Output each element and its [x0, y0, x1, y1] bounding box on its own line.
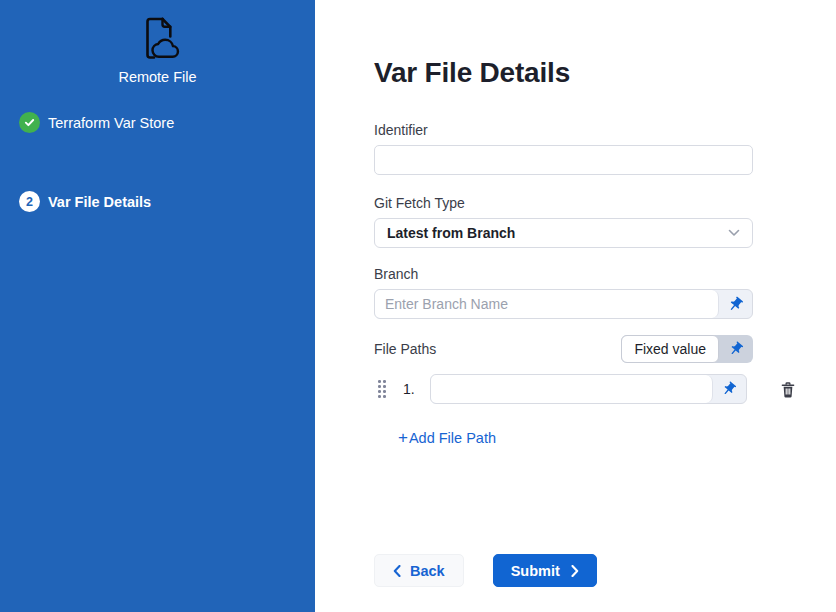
delete-file-path-trash-icon[interactable] [779, 380, 797, 399]
file-path-row-index: 1. [403, 381, 415, 397]
wizard-sidebar: Remote File Terraform Var Store 2 Var Fi… [0, 0, 315, 612]
submit-button[interactable]: Submit [493, 554, 597, 587]
file-path-row: 1. [374, 374, 836, 404]
back-button[interactable]: Back [374, 554, 464, 587]
submit-button-label: Submit [511, 563, 560, 579]
branch-label: Branch [374, 266, 836, 282]
file-paths-pin-icon[interactable] [719, 335, 753, 363]
chevron-right-icon [571, 565, 579, 577]
file-path-input[interactable] [431, 375, 713, 403]
back-button-label: Back [410, 563, 445, 579]
sidebar-step-terraform-var-store[interactable]: Terraform Var Store [0, 112, 315, 133]
add-file-path-link[interactable]: + Add File Path [398, 429, 496, 446]
step-label: Var File Details [48, 194, 151, 210]
file-paths-header: File Paths Fixed value [374, 335, 753, 363]
identifier-input[interactable] [374, 145, 753, 175]
file-paths-mode-group: Fixed value [621, 335, 753, 363]
branch-input[interactable] [375, 290, 719, 318]
file-paths-label: File Paths [374, 341, 436, 357]
plus-icon: + [398, 429, 408, 446]
git-fetch-type-label: Git Fetch Type [374, 195, 836, 211]
step-number-badge: 2 [19, 191, 40, 212]
wizard-dialog: Remote File Terraform Var Store 2 Var Fi… [0, 0, 836, 612]
file-path-pin-icon[interactable] [713, 375, 746, 403]
remote-file-icon-wrap [0, 12, 315, 64]
git-fetch-type-value: Latest from Branch [387, 225, 515, 241]
form-panel: Var File Details Identifier Git Fetch Ty… [315, 0, 836, 612]
form-actions: Back Submit [374, 554, 836, 587]
file-path-input-group [430, 374, 747, 404]
remote-file-cloud-icon [132, 12, 184, 64]
step-label: Terraform Var Store [48, 115, 174, 131]
fixed-value-mode-button[interactable]: Fixed value [621, 335, 719, 363]
sidebar-step-var-file-details[interactable]: 2 Var File Details [0, 191, 315, 212]
git-fetch-type-select[interactable]: Latest from Branch [374, 218, 753, 248]
page-title: Var File Details [374, 56, 836, 90]
step-complete-check-icon [19, 112, 40, 133]
add-file-path-label: Add File Path [409, 430, 496, 446]
branch-pin-icon[interactable] [719, 290, 752, 318]
chevron-left-icon [393, 565, 401, 577]
branch-input-group [374, 289, 753, 319]
chevron-down-icon [728, 229, 740, 237]
wizard-type-label: Remote File [0, 69, 315, 85]
drag-handle-icon[interactable] [378, 380, 386, 398]
identifier-label: Identifier [374, 122, 836, 138]
